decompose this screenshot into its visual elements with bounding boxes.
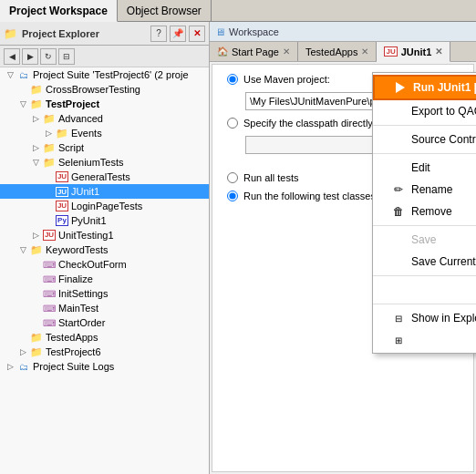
close-icon[interactable]: ✕ [283, 46, 290, 57]
tree-item-unittesting1[interactable]: ▷ JU UnitTesting1 [0, 228, 209, 242]
menu-item-export[interactable]: Export to QAComplete... [373, 100, 476, 122]
expand-icon[interactable] [29, 302, 42, 314]
tree-item-testproject6[interactable]: ▷ 📁 TestProject6 [0, 345, 209, 359]
collapse-tree-button[interactable]: ⊟ [58, 48, 75, 65]
tree-area[interactable]: ▽ 🗂 Project Suite 'TestProject6' (2 proj… [0, 67, 209, 474]
tab-label: Start Page [232, 46, 279, 57]
expand-icon[interactable]: ▷ [4, 360, 16, 373]
menu-item-collapse-all[interactable]: ⊟ Show in Explorer [373, 307, 476, 329]
rename-icon: ✏ [391, 182, 406, 197]
menu-item-save[interactable]: Save Ctrl+S [373, 229, 476, 251]
tree-item-startorder[interactable]: ⌨ StartOrder [0, 315, 209, 330]
workspace-label: 🖥 Workspace [210, 22, 476, 42]
specify-classpath-radio[interactable] [227, 118, 238, 129]
tree-item-logs[interactable]: ▷ 🗂 Project Suite Logs [0, 359, 209, 374]
menu-item-rename[interactable]: ✏ Rename [373, 179, 476, 201]
menu-item-source-control[interactable]: Source Control ▶ [373, 129, 476, 150]
menu-item-show-explorer[interactable] [373, 279, 476, 301]
tab-label: TestedApps [305, 46, 357, 57]
save-icon [391, 232, 406, 247]
tree-item-maintest[interactable]: ⌨ MainTest [0, 301, 209, 315]
menu-item-run[interactable]: Run JUnit1 [ JUnit ] [373, 75, 476, 100]
expand-icon[interactable] [29, 287, 42, 300]
tab-label: JUnit1 [401, 46, 432, 57]
use-maven-radio[interactable] [227, 74, 238, 85]
item-label: InitSettings [58, 288, 108, 299]
folder-icon: 📁 [55, 127, 69, 139]
tree-item-script[interactable]: ▷ 📁 Script [0, 140, 209, 155]
expand-icon[interactable] [42, 170, 55, 183]
tree-item-root[interactable]: ▽ 🗂 Project Suite 'TestProject6' (2 proj… [0, 67, 209, 82]
tab-start-page[interactable]: 🏠 Start Page ✕ [210, 42, 298, 61]
close-icon[interactable]: ✕ [361, 46, 368, 57]
menu-label: Show in Explorer [411, 312, 476, 325]
tab-object-browser[interactable]: Object Browser [118, 0, 212, 21]
folder-icon: 📁 [29, 243, 44, 256]
expand-icon[interactable]: ▽ [29, 156, 42, 169]
menu-separator-3 [373, 225, 476, 226]
menu-item-expand-all[interactable]: ⊞ [373, 329, 476, 351]
workspace-text: Workspace [229, 26, 279, 37]
pin-button[interactable]: 📌 [170, 26, 186, 42]
expand-icon[interactable] [42, 214, 55, 227]
menu-separator-4 [373, 275, 476, 276]
expand-icon[interactable] [16, 83, 29, 96]
run-all-radio[interactable] [227, 172, 238, 183]
expand-icon[interactable] [29, 316, 42, 329]
home-icon: 🏠 [217, 46, 228, 57]
tree-item-initsettings[interactable]: ⌨ InitSettings [0, 286, 209, 301]
menu-item-edit[interactable]: Edit [373, 157, 476, 179]
expand-icon[interactable] [16, 331, 29, 344]
menu-label: Save Current As... [411, 255, 476, 268]
kw-icon: ⌨ [42, 273, 57, 285]
explorer-icon: 📁 [4, 27, 17, 40]
item-label: TestProject6 [46, 346, 101, 357]
tree-item-advanced[interactable]: ▷ 📁 Advanced [0, 111, 209, 126]
tab-junit1[interactable]: JU JUnit1 ✕ [377, 42, 450, 62]
tree-item-finalize[interactable]: ⌨ Finalize [0, 272, 209, 286]
sync-button[interactable]: ↻ [40, 48, 57, 65]
expand-icon: ⊞ [391, 333, 406, 347]
tree-item-cross[interactable]: 📁 CrossBrowserTesting [0, 82, 209, 97]
run-following-radio[interactable] [227, 191, 238, 201]
expand-icon[interactable] [42, 200, 55, 212]
expand-icon[interactable]: ▷ [29, 141, 42, 154]
close-icon[interactable]: ✕ [435, 46, 442, 57]
item-label: Finalize [58, 273, 93, 284]
tree-item-pyunit1[interactable]: Py PyUnit1 [0, 213, 209, 228]
expand-icon[interactable]: ▽ [16, 243, 29, 256]
collapse-icon: ⊟ [391, 311, 406, 325]
back-button[interactable]: ◀ [4, 48, 20, 65]
item-label: UnitTesting1 [58, 230, 114, 241]
expand-icon[interactable]: ▷ [29, 229, 42, 242]
tree-item-testproject[interactable]: ▽ 📁 TestProject [0, 97, 209, 111]
tab-testedapps[interactable]: TestedApps ✕ [298, 42, 377, 61]
tree-item-events[interactable]: ▷ 📁 Events [0, 126, 209, 140]
item-label: TestedApps [46, 332, 98, 343]
menu-item-remove[interactable]: 🗑 Remove [373, 201, 476, 222]
expand-icon[interactable]: ▽ [16, 98, 29, 110]
specify-classpath-label: Specify the classpath directly: [243, 118, 376, 129]
expand-icon[interactable]: ▽ [4, 68, 16, 81]
tree-item-keywordtests[interactable]: ▽ 📁 KeywordTests [0, 242, 209, 257]
expand-icon[interactable] [42, 185, 55, 198]
help-button[interactable]: ? [150, 26, 167, 42]
menu-separator-1 [373, 125, 476, 126]
tree-item-junit1[interactable]: JU JUnit1 [0, 184, 209, 199]
menu-item-save-as[interactable]: Save Current As... [373, 251, 476, 273]
expand-icon[interactable]: ▷ [42, 127, 55, 139]
expand-icon[interactable] [29, 258, 42, 271]
expand-icon[interactable] [29, 273, 42, 285]
tree-item-testedapps[interactable]: 📁 TestedApps [0, 330, 209, 345]
close-button[interactable]: ✕ [189, 26, 205, 42]
expand-icon[interactable]: ▷ [16, 345, 29, 358]
expand-icon[interactable]: ▷ [29, 112, 42, 125]
tree-item-generaltests[interactable]: JU GeneralTests [0, 170, 209, 184]
tree-item-loginpagetests[interactable]: JU LoginPageTests [0, 199, 209, 213]
forward-button[interactable]: ▶ [22, 48, 38, 65]
tree-item-checkoutform[interactable]: ⌨ CheckOutForm [0, 257, 209, 272]
tree-item-seleniumtests[interactable]: ▽ 📁 SeleniumTests [0, 155, 209, 170]
tab-project-workspace[interactable]: Project Workspace [0, 0, 118, 22]
folder-icon: 📁 [42, 141, 57, 154]
kw-icon: ⌨ [42, 316, 57, 329]
